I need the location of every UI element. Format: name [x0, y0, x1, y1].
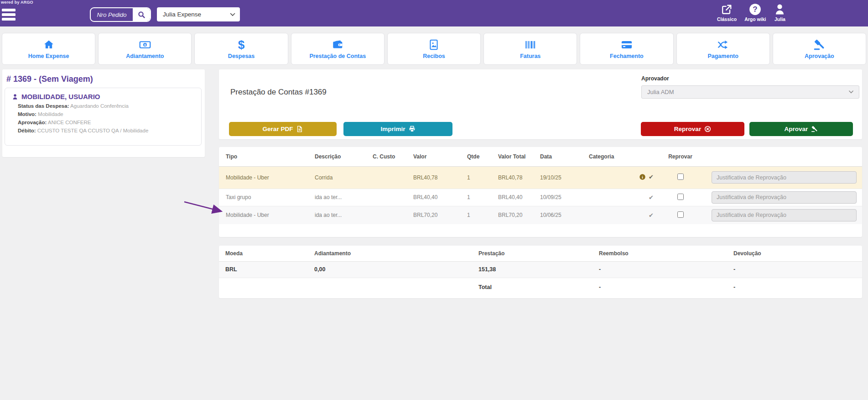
- circle-x-icon: [704, 126, 711, 132]
- col-valor: Valor: [413, 147, 467, 166]
- credit-card-icon: [621, 39, 633, 51]
- nav-recibos[interactable]: Recibos: [387, 33, 481, 65]
- chevron-down-icon: [230, 13, 235, 16]
- reject-button[interactable]: Reprovar: [641, 122, 744, 136]
- trip-user-name: MOBILIDADE, USUARIO: [21, 93, 100, 100]
- col-c-custo: C. Custo: [373, 147, 413, 166]
- report-header-panel: Prestação de Contas #1369 Aprovador Juli…: [219, 69, 862, 139]
- trip-panel: # 1369 - (Sem Viagem) MOBILIDADE, USUARI…: [2, 69, 205, 157]
- external-link-icon: [721, 3, 733, 16]
- search-icon: [138, 11, 145, 18]
- home-icon: [43, 39, 55, 51]
- trip-field-motivo: Motivo: Mobilidade: [18, 111, 197, 117]
- module-ribbon: Home Expense 0 Adiantamento $ Despesas P…: [0, 33, 868, 65]
- checkmark-icon: ✔: [649, 194, 654, 201]
- nav-pagamento[interactable]: Pagamento: [676, 33, 770, 65]
- reject-checkbox[interactable]: [677, 211, 684, 218]
- order-search: [90, 7, 151, 22]
- classico-link[interactable]: Clássico: [717, 3, 737, 22]
- col-categoria: Categoria: [589, 147, 658, 166]
- trip-field-aprovacao: Aprovação: ANICE CONFERE: [18, 120, 197, 125]
- reject-checkbox[interactable]: [677, 174, 684, 180]
- trip-field-status: Status das Despesa: Aguardando Conferênc…: [18, 103, 197, 109]
- app-select-value: Julia Expense: [163, 11, 201, 18]
- col-descricao: Descrição: [315, 147, 373, 166]
- approve-button[interactable]: Aprovar: [749, 122, 853, 136]
- col-data: Data: [540, 147, 589, 166]
- approver-select-value: Julia ADM: [647, 89, 674, 95]
- summary-table: Moeda Adiantamento Prestação Reembolso D…: [219, 246, 862, 297]
- expense-table-panel: Tipo Descrição C. Custo Valor Qtde Valor…: [219, 147, 862, 237]
- powered-by-text: wered by ARGO: [1, 0, 33, 5]
- nav-adiantamento[interactable]: 0 Adiantamento: [98, 33, 192, 65]
- search-button[interactable]: [133, 8, 150, 21]
- col-justificativa: [702, 147, 862, 166]
- summary-header: Moeda Adiantamento Prestação Reembolso D…: [219, 246, 862, 261]
- summary-values-row: BRL 0,00 151,38 - -: [219, 261, 862, 278]
- expense-table: Tipo Descrição C. Custo Valor Qtde Valor…: [219, 147, 862, 224]
- dollar-icon: $: [238, 39, 244, 51]
- page-title: Prestação de Contas #1369: [230, 88, 327, 97]
- col-reprovar: Reprovar: [658, 147, 702, 166]
- checkmark-icon: ✔: [649, 174, 654, 180]
- trip-card: MOBILIDADE, USUARIO Status das Despesa: …: [5, 88, 202, 146]
- user-icon: [774, 3, 786, 16]
- question-circle-icon: ?: [749, 3, 761, 16]
- classico-label: Clássico: [717, 16, 737, 22]
- col-devolucao: Devolução: [733, 246, 862, 261]
- table-row[interactable]: Mobilidade - Uber Corrida BRL40,78 1 BRL…: [219, 166, 862, 189]
- gavel-icon: [813, 39, 825, 51]
- nav-faturas[interactable]: Faturas: [483, 33, 577, 65]
- nav-aprovacao[interactable]: Aprovação: [773, 33, 866, 65]
- nav-despesas[interactable]: $ Despesas: [194, 33, 288, 65]
- barcode-icon: [525, 39, 536, 51]
- argo-wiki-link[interactable]: ? Argo wiki: [744, 3, 766, 22]
- nav-home-expense[interactable]: Home Expense: [2, 33, 95, 65]
- menu-icon[interactable]: [2, 9, 16, 22]
- trip-field-debito: Débito: CCUSTO TESTE QA CCUSTO QA / Mobi…: [18, 128, 197, 133]
- approver-label: Aprovador: [641, 75, 669, 82]
- table-row[interactable]: Mobilidade - Uber ida ao ter... BRL70,20…: [219, 206, 862, 224]
- justification-input[interactable]: [712, 191, 857, 204]
- argo-wiki-label: Argo wiki: [744, 16, 766, 22]
- justification-input[interactable]: [712, 171, 857, 184]
- trip-title: # 1369 - (Sem Viagem): [6, 74, 93, 84]
- summary-total-row: Total - -: [219, 278, 862, 297]
- col-valor-total: Valor Total: [498, 147, 540, 166]
- justification-input[interactable]: [712, 209, 857, 221]
- person-icon: [12, 94, 18, 100]
- col-adiantamento: Adiantamento: [314, 246, 478, 261]
- reject-checkbox[interactable]: [677, 194, 684, 200]
- caret-down-icon: [849, 90, 853, 94]
- user-label: Julia: [774, 16, 785, 22]
- money-bill-icon: 0: [139, 39, 151, 51]
- trip-user: MOBILIDADE, USUARIO: [12, 93, 197, 100]
- pdf-file-icon: [296, 126, 303, 132]
- approver-select[interactable]: Julia ADM: [641, 85, 859, 99]
- print-button[interactable]: Imprimir: [343, 122, 452, 136]
- table-row[interactable]: Taxi grupo ida ao ter... BRL40,40 1 BRL4…: [219, 189, 862, 206]
- col-moeda: Moeda: [219, 246, 314, 261]
- svg-text:0: 0: [144, 42, 146, 47]
- receipt-image-icon: [428, 39, 440, 51]
- topbar: wered by ARGO Julia Expense Clássico ? A…: [0, 0, 868, 26]
- printer-icon: [409, 126, 416, 132]
- app-root: wered by ARGO Julia Expense Clássico ? A…: [0, 0, 868, 400]
- col-tipo: Tipo: [219, 147, 315, 166]
- expense-table-header: Tipo Descrição C. Custo Valor Qtde Valor…: [219, 147, 862, 166]
- info-icon[interactable]: i: [639, 174, 645, 180]
- col-qtde: Qtde: [467, 147, 498, 166]
- checkmark-icon: ✔: [649, 212, 654, 219]
- col-prestacao: Prestação: [478, 246, 599, 261]
- topbar-links: Clássico ? Argo wiki Julia: [717, 3, 786, 22]
- gavel-icon: [811, 126, 818, 132]
- app-select[interactable]: Julia Expense: [157, 7, 240, 21]
- col-reembolso: Reembolso: [599, 246, 733, 261]
- nav-fechamento[interactable]: Fechamento: [580, 33, 673, 65]
- generate-pdf-button[interactable]: Gerar PDF: [229, 122, 337, 136]
- nav-prestacao-de-contas[interactable]: Prestação de Contas: [291, 33, 385, 65]
- svg-text:?: ?: [753, 5, 758, 14]
- user-menu[interactable]: Julia: [774, 3, 786, 22]
- shuffle-icon: [717, 39, 729, 51]
- search-input[interactable]: [91, 8, 133, 21]
